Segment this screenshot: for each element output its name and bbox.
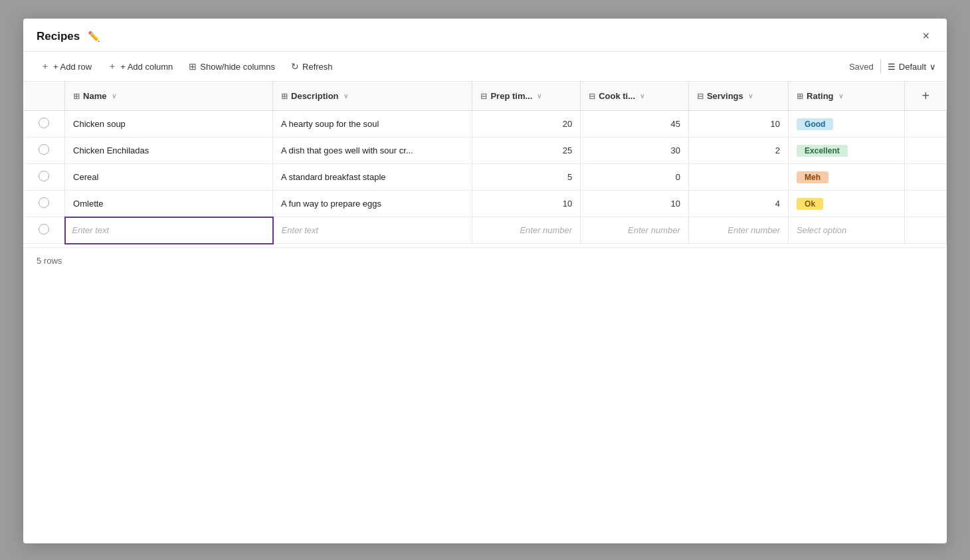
new-row-rating-cell[interactable]: Select option (789, 217, 905, 244)
row-serv-cell[interactable] (688, 164, 788, 191)
new-row-name-cell[interactable]: Enter text (65, 217, 273, 244)
desc-col-icon: ⊞ (281, 92, 288, 101)
desc-sort-icon: ∨ (343, 92, 348, 100)
row-checkbox-cell[interactable] (23, 164, 65, 191)
row-name-cell[interactable]: Cereal (65, 164, 273, 191)
row-desc-cell[interactable]: A standard breakfast staple (273, 164, 472, 191)
th-add-column[interactable]: + (905, 82, 947, 111)
row-extra-cell (905, 111, 947, 138)
new-row-desc-cell[interactable]: Enter text (273, 217, 472, 244)
rating-col-icon: ⊞ (797, 92, 803, 101)
serv-sort-icon: ∨ (748, 92, 753, 100)
row-prep-cell[interactable]: 20 (472, 111, 581, 138)
plus-col-icon: ＋ (108, 60, 117, 72)
row-prep-cell[interactable]: 5 (472, 164, 581, 191)
close-button[interactable]: × (918, 28, 933, 45)
row-radio-3[interactable] (39, 197, 49, 208)
row-serv-cell[interactable]: 2 (688, 138, 788, 164)
new-row-serv-cell[interactable]: Enter number (688, 217, 788, 244)
th-name[interactable]: ⊞ Name ∨ (65, 82, 273, 111)
table-row[interactable]: Chicken soup A hearty soup for the soul … (23, 111, 947, 138)
row-name-cell[interactable]: Omlette (65, 191, 273, 217)
name-col-icon: ⊞ (73, 92, 80, 101)
prep-col-icon: ⊟ (480, 92, 487, 101)
rating-badge: Excellent (797, 145, 848, 157)
row-radio-2[interactable] (39, 171, 49, 181)
row-extra-cell (905, 164, 947, 191)
row-extra-cell (905, 138, 947, 164)
chevron-down-icon: ∨ (929, 62, 936, 72)
plus-icon: ＋ (41, 60, 50, 72)
table-footer: 5 rows (23, 247, 947, 274)
rating-sort-icon: ∨ (838, 92, 843, 100)
name-sort-icon: ∨ (112, 92, 116, 100)
row-desc-cell[interactable]: A dish that goes well with sour cr... (273, 138, 472, 164)
add-column-button[interactable]: ＋ + Add column (101, 57, 179, 76)
table-header-row: ⊞ Name ∨ ⊞ Description ∨ (23, 82, 947, 111)
modal-overlay: Recipes ✏️ × ＋ + Add row ＋ + Add column … (0, 0, 970, 560)
toolbar: ＋ + Add row ＋ + Add column ⊞ Show/hide c… (23, 52, 947, 82)
row-radio-1[interactable] (39, 144, 49, 155)
modal-header: Recipes ✏️ × (23, 19, 947, 52)
edit-icon[interactable]: ✏️ (88, 31, 100, 43)
row-checkbox-cell[interactable] (23, 191, 65, 217)
row-serv-cell[interactable]: 4 (688, 191, 788, 217)
rating-badge: Ok (797, 198, 823, 210)
columns-icon: ⊞ (189, 61, 197, 72)
row-cook-cell[interactable]: 45 (581, 111, 689, 138)
new-row-radio[interactable] (39, 224, 49, 234)
row-prep-cell[interactable]: 10 (472, 191, 581, 217)
table-row[interactable]: Omlette A fun way to prepare eggs 10 10 … (23, 191, 947, 217)
refresh-button[interactable]: ↻ Refresh (284, 58, 340, 75)
row-prep-cell[interactable]: 25 (472, 138, 581, 164)
row-serv-cell[interactable]: 10 (688, 111, 788, 138)
row-count-label: 5 rows (37, 256, 62, 266)
row-rating-cell[interactable]: Ok (789, 191, 905, 217)
new-row-cook-cell[interactable]: Enter number (581, 217, 689, 244)
list-view-icon: ☰ (888, 62, 896, 72)
recipes-table: ⊞ Name ∨ ⊞ Description ∨ (23, 82, 947, 244)
table-row[interactable]: Chicken Enchiladas A dish that goes well… (23, 138, 947, 164)
row-extra-cell (905, 191, 947, 217)
new-row[interactable]: Enter text Enter text Enter number Enter… (23, 217, 947, 244)
show-hide-button[interactable]: ⊞ Show/hide columns (182, 58, 282, 75)
table-row[interactable]: Cereal A standard breakfast staple 5 0 M… (23, 164, 947, 191)
table-container: ⊞ Name ∨ ⊞ Description ∨ (23, 82, 947, 244)
row-checkbox-cell[interactable] (23, 111, 65, 138)
prep-sort-icon: ∨ (537, 92, 541, 100)
row-radio-0[interactable] (39, 118, 49, 128)
rating-badge: Good (797, 118, 833, 130)
toolbar-right: Saved ☰ Default ∨ (849, 60, 936, 73)
modal-title: Recipes (37, 30, 80, 43)
th-description[interactable]: ⊞ Description ∨ (273, 82, 472, 111)
row-cook-cell[interactable]: 30 (581, 138, 689, 164)
th-cook-time[interactable]: ⊟ Cook ti... ∨ (581, 82, 689, 111)
default-view-button[interactable]: ☰ Default ∨ (888, 62, 936, 72)
refresh-icon: ↻ (291, 61, 299, 72)
add-column-plus-button[interactable]: + (920, 88, 933, 104)
row-rating-cell[interactable]: Excellent (789, 138, 905, 164)
toolbar-divider (880, 60, 881, 73)
row-cook-cell[interactable]: 0 (581, 164, 689, 191)
saved-label: Saved (849, 62, 874, 72)
cook-col-icon: ⊟ (589, 92, 595, 101)
new-row-extra-cell (905, 217, 947, 244)
row-checkbox-cell[interactable] (23, 138, 65, 164)
rating-badge: Meh (797, 171, 828, 183)
modal: Recipes ✏️ × ＋ + Add row ＋ + Add column … (23, 19, 947, 543)
row-rating-cell[interactable]: Meh (789, 164, 905, 191)
row-desc-cell[interactable]: A fun way to prepare eggs (273, 191, 472, 217)
new-row-prep-cell[interactable]: Enter number (472, 217, 581, 244)
th-prep-time[interactable]: ⊟ Prep tim... ∨ (472, 82, 581, 111)
cook-sort-icon: ∨ (640, 92, 644, 100)
th-checkbox (23, 82, 65, 111)
th-rating[interactable]: ⊞ Rating ∨ (789, 82, 905, 111)
row-name-cell[interactable]: Chicken soup (65, 111, 273, 138)
row-name-cell[interactable]: Chicken Enchiladas (65, 138, 273, 164)
th-servings[interactable]: ⊟ Servings ∨ (688, 82, 788, 111)
row-rating-cell[interactable]: Good (789, 111, 905, 138)
row-cook-cell[interactable]: 10 (581, 191, 689, 217)
row-desc-cell[interactable]: A hearty soup for the soul (273, 111, 472, 138)
add-row-button[interactable]: ＋ + Add row (34, 57, 98, 76)
new-row-checkbox[interactable] (23, 217, 65, 244)
